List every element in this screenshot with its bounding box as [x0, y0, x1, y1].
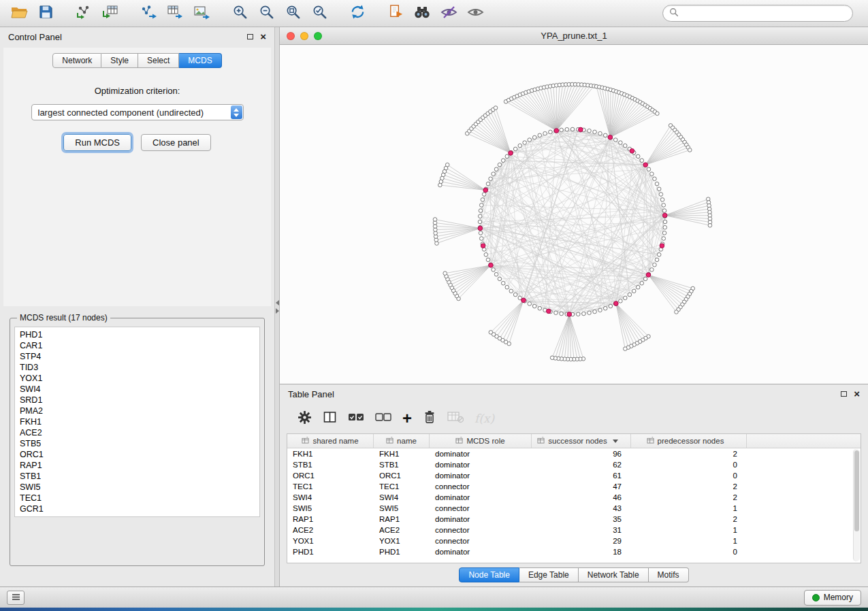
zoom-out-button[interactable] [254, 3, 278, 24]
close-panel-button[interactable]: Close panel [141, 134, 211, 151]
tab-edge-table[interactable]: Edge Table [519, 567, 579, 582]
refresh-layout-button[interactable] [345, 3, 370, 24]
table-row[interactable]: STB1STB1dominator620 [287, 459, 861, 470]
save-session-button[interactable] [33, 3, 58, 24]
tab-motifs[interactable]: Motifs [649, 567, 689, 582]
column-view-button[interactable] [323, 409, 337, 428]
deselect-all-rows-button[interactable] [375, 409, 391, 428]
open-folder-icon [11, 5, 28, 22]
table-cell-filler [747, 535, 861, 546]
scrollbar-thumb[interactable] [854, 450, 859, 531]
tab-mcds[interactable]: MCDS [179, 53, 221, 68]
table-row[interactable]: TEC1TEC1connector472 [287, 481, 861, 492]
table-tabs: Node TableEdge TableNetwork TableMotifs [280, 563, 868, 587]
add-column-button[interactable]: + [402, 409, 412, 428]
memory-button[interactable]: Memory [804, 590, 861, 606]
table-cell: 47 [532, 481, 631, 492]
mcds-result-item: CAR1 [20, 340, 255, 351]
search-network-button[interactable] [410, 3, 434, 24]
status-menu-button[interactable] [7, 591, 25, 605]
table-settings-button[interactable] [298, 409, 312, 428]
zoom-fit-button[interactable] [280, 3, 305, 24]
mcds-result-item: GCR1 [20, 503, 255, 514]
table-cell: SWI5 [374, 503, 430, 514]
table-cell-filler [747, 448, 861, 459]
search-input[interactable] [683, 9, 846, 18]
memory-label: Memory [824, 593, 853, 602]
table-row[interactable]: FKH1FKH1dominator962 [287, 448, 861, 459]
table-cell: PHD1 [374, 546, 430, 557]
float-table-panel-icon[interactable] [841, 391, 847, 397]
column-header-mcds-role[interactable]: MCDS role [430, 434, 532, 448]
maximize-window-icon[interactable] [314, 32, 322, 40]
table-row[interactable]: ORC1ORC1dominator610 [287, 470, 861, 481]
criterion-dropdown[interactable]: largest connected component (undirected) [31, 104, 244, 120]
save-floppy-icon [39, 5, 53, 22]
table-scrollbar[interactable] [853, 449, 860, 561]
minimize-window-icon[interactable] [300, 32, 308, 40]
close-table-panel-icon[interactable]: × [854, 391, 860, 397]
column-header-shared-name[interactable]: shared name [287, 434, 374, 448]
table-row[interactable]: ACE2ACE2connector311 [287, 525, 861, 535]
delete-column-button[interactable] [423, 409, 436, 428]
network-window-titlebar[interactable]: YPA_prune.txt_1 [280, 27, 868, 45]
tab-select[interactable]: Select [138, 53, 179, 68]
column-header-name[interactable]: name [374, 434, 430, 448]
network-canvas[interactable] [280, 45, 868, 384]
export-table-button[interactable] [163, 3, 187, 24]
tab-node-table[interactable]: Node Table [459, 567, 519, 582]
column-header-predecessor-nodes[interactable]: predecessor nodes [631, 434, 747, 448]
hamburger-icon [12, 591, 20, 604]
tab-network-table[interactable]: Network Table [579, 567, 649, 582]
select-all-rows-button[interactable] [348, 409, 364, 428]
table-cell: 2 [631, 492, 747, 503]
run-mcds-button[interactable]: Run MCDS [63, 134, 131, 151]
import-network-button[interactable] [71, 3, 96, 24]
tab-network[interactable]: Network [52, 53, 101, 68]
mcds-tab-content: NetworkStyleSelectMCDS Optimization crit… [3, 48, 271, 306]
close-panel-icon[interactable]: × [260, 33, 266, 40]
column-dropdown-icon[interactable] [613, 440, 618, 443]
table-cell: dominator [430, 492, 532, 503]
mcds-result-group: MCDS result (17 nodes) PHD1CAR1STP4TID3Y… [10, 313, 265, 566]
mcds-result-item: YOX1 [20, 373, 255, 384]
mcds-result-item: PHD1 [20, 329, 255, 340]
table-body: FKH1FKH1dominator962STB1STB1dominator620… [287, 448, 861, 563]
mcds-result-item: FKH1 [20, 416, 255, 427]
table-row[interactable]: PHD1PHD1dominator180 [287, 546, 861, 557]
float-panel-icon[interactable] [247, 34, 253, 39]
function-icon: f(x) [475, 412, 494, 425]
expand-right-icon[interactable] [276, 308, 279, 314]
column-label: predecessor nodes [658, 437, 724, 445]
zoom-in-button[interactable] [227, 3, 252, 24]
tab-style[interactable]: Style [101, 53, 138, 68]
export-image-button[interactable] [189, 3, 214, 24]
export-document-button[interactable] [383, 3, 408, 24]
zoom-selected-button[interactable] [307, 3, 332, 24]
application-window: Control Panel × NetworkStyleSelectMCDS O… [0, 0, 868, 611]
table-cell: dominator [430, 546, 532, 557]
panel-splitter[interactable] [274, 27, 280, 587]
table-row[interactable]: YOX1YOX1connector291 [287, 535, 861, 546]
table-cell: STB1 [374, 459, 430, 470]
collapse-left-icon[interactable] [276, 300, 279, 306]
criterion-selected-value: largest connected component (undirected) [38, 108, 204, 118]
export-network-button[interactable] [136, 3, 161, 24]
sort-table-icon [302, 437, 309, 446]
hide-selected-button[interactable] [436, 3, 461, 24]
table-cell: 35 [532, 514, 631, 525]
table-cell: SWI5 [287, 503, 374, 514]
open-file-button[interactable] [7, 3, 31, 24]
table-row[interactable]: SWI4SWI4dominator462 [287, 492, 861, 503]
table-row[interactable]: RAP1RAP1dominator352 [287, 514, 861, 525]
global-search-field[interactable] [662, 5, 853, 22]
table-cell: 2 [631, 514, 747, 525]
column-header-successor-nodes[interactable]: successor nodes [532, 434, 631, 448]
close-window-icon[interactable] [287, 32, 295, 40]
network-graph [280, 45, 868, 384]
show-all-button[interactable] [463, 3, 487, 24]
eye-icon [467, 5, 484, 22]
table-row[interactable]: SWI5SWI5connector431 [287, 503, 861, 514]
sort-table-icon [386, 437, 393, 446]
import-table-button[interactable] [98, 3, 123, 24]
